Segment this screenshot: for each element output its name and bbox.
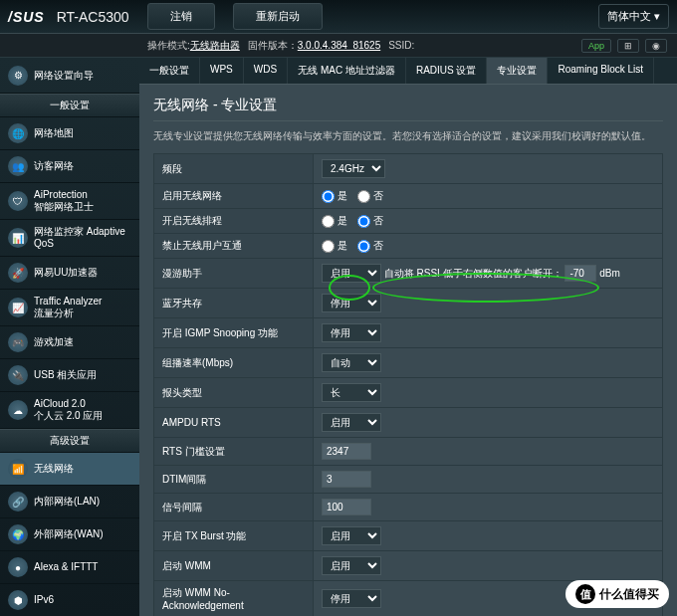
language-select[interactable]: 简体中文 ▾ [598, 4, 669, 29]
select-启动 WMM No-Acknowledgement[interactable]: 停用 [322, 589, 381, 608]
nav-label: 网易UU加速器 [34, 267, 98, 279]
row-label: 禁止无线用户互通 [154, 234, 314, 259]
nav-item[interactable]: 🚀网易UU加速器 [0, 257, 139, 290]
nav-icon: ● [8, 557, 28, 577]
roam-unit: dBm [599, 268, 620, 279]
select-蓝牙共存[interactable]: 停用 [322, 294, 381, 312]
info-bar: 操作模式: 无线路由器 固件版本： 3.0.0.4.384_81625 SSID… [0, 34, 677, 58]
roam-select[interactable]: 启用 [322, 264, 381, 283]
row-label: 启动 WMM No-Acknowledgement [154, 581, 314, 617]
row-label: DTIM间隔 [154, 466, 314, 494]
row-value: 停用 [314, 289, 663, 318]
nav-item[interactable]: ☁AiCloud 2.0个人云 2.0 应用 [0, 392, 139, 429]
nav-label: 无线网络 [34, 463, 74, 475]
radio-开启无线排程[interactable] [322, 215, 335, 228]
row-label: RTS 门槛设置 [154, 438, 314, 466]
nav-label: 访客网络 [34, 160, 74, 172]
mode-link[interactable]: 无线路由器 [190, 39, 240, 53]
nav-label: 网络监控家 AdaptiveQoS [34, 226, 125, 250]
select-AMPDU RTS[interactable]: 启用 [322, 413, 381, 432]
nav-item[interactable]: ⬢IPv6 [0, 584, 139, 616]
nav-item[interactable]: 🔌USB 相关应用 [0, 359, 139, 392]
nav-label: 游戏加速 [34, 336, 74, 348]
row-label: 信号间隔 [154, 494, 314, 521]
row-value: 自动 [314, 348, 663, 378]
nav-item[interactable]: 📊网络监控家 AdaptiveQoS [0, 220, 139, 257]
row-value: 长 [314, 378, 663, 408]
nav-icon: ⬢ [8, 590, 28, 610]
ssid-label: SSID: [388, 40, 414, 51]
tab[interactable]: 专业设置 [487, 58, 548, 84]
select-频段[interactable]: 2.4GHz [322, 159, 385, 178]
row-value [314, 494, 663, 521]
wizard-label: 网络设置向导 [34, 70, 94, 82]
row-value: 2.4GHz [314, 154, 663, 184]
radio-禁止无线用户互通[interactable] [322, 240, 335, 253]
nav-label: AiCloud 2.0个人云 2.0 应用 [34, 398, 103, 422]
nav-icon: 🚀 [8, 263, 28, 283]
app-badge[interactable]: App [581, 39, 611, 53]
settings-table: 频段2.4GHz启用无线网络 是 否开启无线排程 是 否禁止无线用户互通 是 否… [153, 153, 663, 616]
input-DTIM间隔[interactable] [322, 471, 371, 488]
section-advanced: 高级设置 [0, 429, 139, 453]
row-value: 启用 自动将 RSSI 低于右侧数值的客户断开： dBm [314, 259, 663, 289]
nav-item[interactable]: 🔗内部网络(LAN) [0, 486, 139, 518]
select-报头类型[interactable]: 长 [322, 383, 381, 402]
nav-item[interactable]: 🎮游戏加速 [0, 326, 139, 359]
row-value: 停用 [314, 318, 663, 348]
nav-item[interactable]: 🛡AiProtection智能网络卫士 [0, 183, 139, 220]
status-badge-2[interactable]: ◉ [645, 39, 667, 53]
select-开启 TX Burst 功能[interactable]: 启用 [322, 526, 381, 545]
tab[interactable]: RADIUS 设置 [406, 58, 488, 84]
reboot-button[interactable]: 重新启动 [233, 3, 323, 30]
nav-item[interactable]: 🌐网络地图 [0, 117, 139, 150]
nav-label: AiProtection智能网络卫士 [34, 189, 94, 213]
panel-title: 无线网络 - 专业设置 [153, 97, 663, 121]
status-badge-1[interactable]: ⊞ [617, 39, 639, 53]
wizard-icon: ⚙ [8, 66, 28, 86]
nav-label: 内部网络(LAN) [34, 496, 100, 508]
wizard-item[interactable]: ⚙ 网络设置向导 [0, 58, 139, 94]
input-RTS 门槛设置[interactable] [322, 443, 371, 460]
row-label: 频段 [154, 154, 314, 184]
logout-button[interactable]: 注销 [147, 3, 215, 30]
row-label: 组播速率(Mbps) [154, 348, 314, 378]
nav-icon: 📶 [8, 459, 28, 479]
tab[interactable]: 一般设置 [139, 58, 200, 84]
select-开启 IGMP Snooping 功能[interactable]: 停用 [322, 323, 381, 342]
roam-input[interactable] [564, 265, 596, 282]
radio-禁止无线用户互通[interactable] [357, 240, 370, 253]
nav-item[interactable]: 📈Traffic Analyzer流量分析 [0, 290, 139, 326]
row-label: 开启 TX Burst 功能 [154, 521, 314, 551]
tab[interactable]: WDS [244, 58, 288, 84]
tab[interactable]: WPS [200, 58, 244, 84]
nav-item[interactable]: 📶无线网络 [0, 453, 139, 486]
tab[interactable]: 无线 MAC 地址过滤器 [288, 58, 406, 84]
row-label: 开启无线排程 [154, 209, 314, 234]
row-label: 启动 WMM [154, 551, 314, 581]
radio-启用无线网络[interactable] [322, 190, 335, 203]
nav-item[interactable]: 🌍外部网络(WAN) [0, 518, 139, 551]
select-启动 WMM[interactable]: 启用 [322, 556, 381, 575]
input-信号间隔[interactable] [322, 499, 371, 515]
roam-text: 自动将 RSSI 低于右侧数值的客户断开： [384, 268, 563, 279]
top-bar: /SUS RT-AC5300 注销 重新启动 简体中文 ▾ [0, 0, 677, 34]
mode-label: 操作模式: [147, 39, 190, 53]
fw-link[interactable]: 3.0.0.4.384_81625 [298, 40, 380, 51]
row-value [314, 438, 663, 466]
tab-strip: 一般设置WPSWDS无线 MAC 地址过滤器RADIUS 设置专业设置Roami… [139, 58, 677, 85]
tab[interactable]: Roaming Block List [548, 58, 654, 84]
nav-label: Alexa & IFTTT [34, 561, 98, 573]
nav-icon: 📊 [8, 228, 28, 248]
brand-logo: /SUS [8, 9, 45, 25]
radio-启用无线网络[interactable] [357, 190, 370, 203]
nav-icon: 🔗 [8, 492, 28, 512]
nav-item[interactable]: ●Alexa & IFTTT [0, 551, 139, 584]
row-value: 启用 [314, 408, 663, 438]
nav-icon: 📈 [8, 298, 28, 317]
nav-item[interactable]: 👥访客网络 [0, 150, 139, 183]
radio-开启无线排程[interactable] [357, 215, 370, 228]
select-组播速率(Mbps)[interactable]: 自动 [322, 353, 381, 372]
row-label: 启用无线网络 [154, 184, 314, 209]
sidebar: ⚙ 网络设置向导 一般设置 🌐网络地图👥访客网络🛡AiProtection智能网… [0, 58, 139, 616]
